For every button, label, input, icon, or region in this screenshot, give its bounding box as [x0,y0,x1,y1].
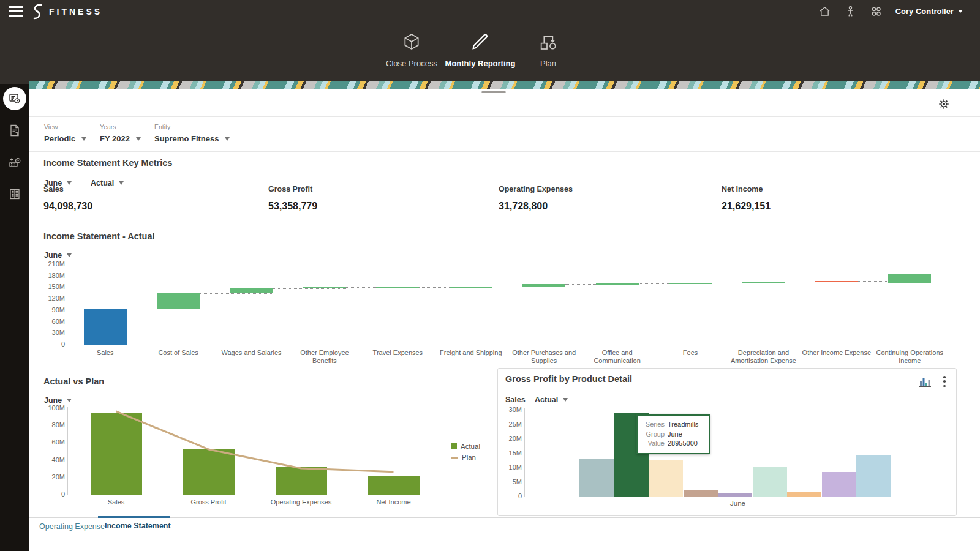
waterfall-bar-1[interactable] [157,293,200,309]
panel-drag-handle[interactable] [481,91,506,93]
app-grid-icon[interactable] [870,4,883,18]
cube-icon [402,32,421,51]
avp-bar-3[interactable] [368,476,420,495]
tab-operating-expense[interactable]: Operating Expense [39,522,105,531]
avp-ytick: 80M [48,421,65,429]
gp-ytick: 0 [501,492,522,500]
filter-value: Periodic [44,134,75,143]
tooltip-series-label: Series [643,420,665,430]
sidebar-item-ledger[interactable] [3,182,26,206]
legend-plan: Plan [451,454,480,461]
legend-label: Actual [461,443,480,450]
metric-value-operating-expenses: 31,728,800 [499,201,548,212]
avp-x-axis [67,495,443,495]
waterfall-bar-6[interactable] [522,284,565,287]
avp-ytick: 40M [48,456,65,463]
avp-legend: Actual Plan [451,443,480,465]
view-dropdown[interactable]: Periodic [44,134,86,143]
product-bar-6[interactable] [787,492,821,497]
waterfall-bar-2[interactable] [230,288,273,293]
wf-ytick: 150M [48,283,65,290]
waterfall-bar-9[interactable] [742,282,785,283]
top-header: FITNESS Close Process Monthly Reporting [0,0,980,84]
avp-ytick: 20M [48,473,65,481]
chevron-down-icon [67,399,72,402]
years-dropdown[interactable]: FY 2022 [100,134,141,143]
user-menu[interactable]: Cory Controller [895,7,963,16]
entity-dropdown[interactable]: Supremo Fitness [154,134,230,143]
metric-value-net-income: 21,629,151 [722,201,771,212]
avp-legend-plan-swatch [451,457,458,459]
wf-connector [273,288,346,289]
nav-plan[interactable]: Plan [508,32,588,68]
waterfall-bar-4[interactable] [376,287,419,288]
report-clock-icon [8,92,21,105]
header-divider [29,116,980,117]
wf-category-label: Other Employee Benefits [288,349,361,365]
waterfall-bar-3[interactable] [303,287,346,288]
wf-connector [200,293,273,294]
pencil-icon [470,32,490,51]
tooltip-group-value: June [668,430,704,440]
avp-legend-actual-swatch [451,443,457,449]
wf-connector [712,283,785,283]
sidebar-item-tasks[interactable] [3,119,26,142]
gp-ytick: 10M [501,463,522,471]
tab-income-statement[interactable]: Income Statement [105,522,171,530]
avp-category-label: Gross Profit [162,498,255,506]
avp-bar-1[interactable] [183,449,235,495]
product-bar-2[interactable] [649,460,683,497]
waterfall-bar-5[interactable] [450,287,492,288]
product-bar-5[interactable] [753,467,787,497]
chart-tooltip: SeriesTreadmills GroupJune Value28955000 [636,414,710,454]
waterfall-bar-0[interactable] [84,309,127,345]
avp-bar-2[interactable] [276,467,327,495]
kebab-menu-icon[interactable] [940,375,949,388]
waterfall-bar-7[interactable] [596,283,639,285]
waterfall-bar-11[interactable] [888,274,931,283]
product-bar-8[interactable] [856,455,891,497]
waterfall-month-dropdown[interactable]: June [44,251,72,260]
wf-ytick: 210M [48,260,65,268]
hamburger-menu-icon[interactable] [9,6,23,17]
nav-label: Monthly Reporting [445,59,516,68]
metric-label-operating-expenses: Operating Expenses [499,185,573,193]
avp-bar-0[interactable] [91,413,142,495]
avp-category-label: Net Income [347,498,440,506]
gp-ytick: 20M [501,435,522,442]
data-entry-clock-icon [8,156,21,169]
wf-ytick: 60M [48,318,65,325]
wf-ytick: 180M [48,272,65,279]
nav-close-process[interactable]: Close Process [372,32,451,68]
metric-value-sales: 94,098,730 [43,201,92,212]
wf-category-label: Cost of Sales [141,349,214,357]
chart-type-icon[interactable] [919,376,932,387]
wf-ytick: 0 [48,340,65,348]
km-scenario-dropdown[interactable]: Actual [91,179,124,187]
waterfall-bar-10[interactable] [815,281,858,282]
chevron-down-icon [563,398,568,402]
product-bar-7[interactable] [822,472,856,497]
filter-entity: Entity Supremo Fitness [154,123,230,143]
waterfall-chart: 210M180M150M120M90M60M30M0SalesCost of S… [48,261,951,365]
avp-category-label: Operating Expenses [255,498,347,506]
document-question-icon [8,124,21,137]
sidebar-item-data-entry[interactable] [3,151,26,174]
avp-ytick: 0 [48,490,65,498]
legend-actual: Actual [451,443,480,450]
home-icon[interactable] [818,4,832,18]
gross-profit-panel: Gross Profit by Product Detail Sales Act… [497,368,957,516]
sidebar-item-dashboard[interactable] [3,87,26,110]
wf-category-label: Office and Communication [581,349,654,365]
ledger-book-icon [8,187,21,201]
accessibility-person-icon[interactable] [844,4,858,18]
nav-label: Plan [540,59,556,68]
waterfall-bar-8[interactable] [669,283,712,284]
settings-gear-icon[interactable] [938,97,951,111]
gp-ytick: 5M [501,478,522,485]
product-bar-0[interactable] [579,459,614,497]
product-bar-3[interactable] [684,490,718,497]
product-bar-4[interactable] [718,493,752,497]
chevron-down-icon [119,181,124,185]
wf-category-label: Depreciation and Amortisation Expense [727,349,800,365]
